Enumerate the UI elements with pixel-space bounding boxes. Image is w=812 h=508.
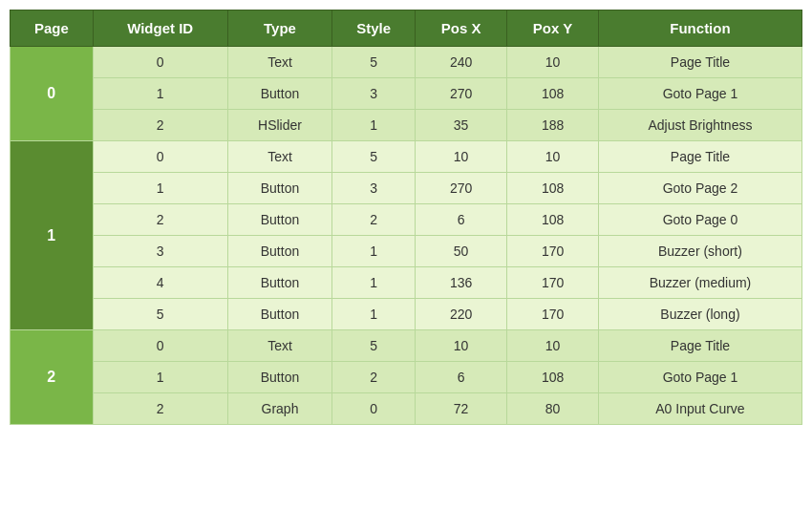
table-row: 2Graph07280A0 Input Curve xyxy=(11,393,802,425)
widget-id-cell: 0 xyxy=(93,141,227,173)
widget-id-cell: 2 xyxy=(93,204,227,236)
pos-x-cell: 270 xyxy=(415,173,506,204)
page-cell: 2 xyxy=(11,330,94,425)
table-row: 5Button1220170Buzzer (long) xyxy=(11,299,802,330)
type-cell: Graph xyxy=(227,393,332,425)
pox-y-cell: 108 xyxy=(507,362,599,393)
pos-x-cell: 50 xyxy=(415,236,506,267)
widget-id-cell: 2 xyxy=(93,110,227,141)
pos-x-cell: 10 xyxy=(415,141,506,173)
col-header-pos-x: Pos X xyxy=(415,11,506,47)
col-header-function: Function xyxy=(598,11,801,47)
widget-id-cell: 2 xyxy=(93,393,227,425)
type-cell: HSlider xyxy=(227,110,332,141)
function-cell: Buzzer (long) xyxy=(598,299,801,330)
pox-y-cell: 10 xyxy=(507,330,599,362)
pox-y-cell: 188 xyxy=(507,110,599,141)
widget-id-cell: 5 xyxy=(93,299,227,330)
pox-y-cell: 170 xyxy=(507,236,599,267)
style-cell: 3 xyxy=(332,173,416,204)
style-cell: 1 xyxy=(332,267,416,299)
pox-y-cell: 170 xyxy=(507,299,599,330)
type-cell: Button xyxy=(227,78,332,110)
pox-y-cell: 80 xyxy=(507,393,599,425)
function-cell: Page Title xyxy=(598,141,801,173)
widget-id-cell: 1 xyxy=(93,362,227,393)
pox-y-cell: 108 xyxy=(507,173,599,204)
style-cell: 2 xyxy=(332,362,416,393)
widget-id-cell: 0 xyxy=(93,47,227,78)
type-cell: Button xyxy=(227,299,332,330)
pox-y-cell: 108 xyxy=(507,204,599,236)
pos-x-cell: 72 xyxy=(415,393,506,425)
table-row: 2Button26108Goto Page 0 xyxy=(11,204,802,236)
function-cell: Page Title xyxy=(598,47,801,78)
table-row: 1Button26108Goto Page 1 xyxy=(11,362,802,393)
col-header-type: Type xyxy=(227,11,332,47)
widget-id-cell: 1 xyxy=(93,78,227,110)
pos-x-cell: 220 xyxy=(415,299,506,330)
type-cell: Text xyxy=(227,47,332,78)
pos-x-cell: 10 xyxy=(415,330,506,362)
style-cell: 1 xyxy=(332,236,416,267)
style-cell: 1 xyxy=(332,299,416,330)
pox-y-cell: 10 xyxy=(507,141,599,173)
style-cell: 5 xyxy=(332,141,416,173)
function-cell: Goto Page 1 xyxy=(598,362,801,393)
table-row: 4Button1136170Buzzer (medium) xyxy=(11,267,802,299)
function-cell: Page Title xyxy=(598,330,801,362)
function-cell: A0 Input Curve xyxy=(598,393,801,425)
type-cell: Button xyxy=(227,362,332,393)
type-cell: Text xyxy=(227,330,332,362)
style-cell: 0 xyxy=(332,393,416,425)
pos-x-cell: 6 xyxy=(415,204,506,236)
widget-id-cell: 3 xyxy=(93,236,227,267)
type-cell: Button xyxy=(227,173,332,204)
widget-table: Page Widget ID Type Style Pos X Pox Y Fu… xyxy=(10,10,802,425)
table-row: 20Text51010Page Title xyxy=(11,330,802,362)
pos-x-cell: 35 xyxy=(415,110,506,141)
table-row: 2HSlider135188Adjust Brightness xyxy=(11,110,802,141)
col-header-style: Style xyxy=(332,11,416,47)
pos-x-cell: 240 xyxy=(415,47,506,78)
col-header-widget-id: Widget ID xyxy=(93,11,227,47)
function-cell: Buzzer (short) xyxy=(598,236,801,267)
pos-x-cell: 6 xyxy=(415,362,506,393)
function-cell: Goto Page 2 xyxy=(598,173,801,204)
function-cell: Buzzer (medium) xyxy=(598,267,801,299)
type-cell: Text xyxy=(227,141,332,173)
style-cell: 5 xyxy=(332,330,416,362)
style-cell: 2 xyxy=(332,204,416,236)
col-header-page: Page xyxy=(11,11,94,47)
type-cell: Button xyxy=(227,236,332,267)
function-cell: Goto Page 0 xyxy=(598,204,801,236)
style-cell: 5 xyxy=(332,47,416,78)
page-cell: 1 xyxy=(11,141,94,330)
table-row: 1Button3270108Goto Page 1 xyxy=(11,78,802,110)
table-header-row: Page Widget ID Type Style Pos X Pox Y Fu… xyxy=(11,11,802,47)
pox-y-cell: 170 xyxy=(507,267,599,299)
pos-x-cell: 136 xyxy=(415,267,506,299)
pox-y-cell: 108 xyxy=(507,78,599,110)
style-cell: 3 xyxy=(332,78,416,110)
widget-id-cell: 0 xyxy=(93,330,227,362)
table-row: 1Button3270108Goto Page 2 xyxy=(11,173,802,204)
type-cell: Button xyxy=(227,204,332,236)
page-cell: 0 xyxy=(11,47,94,141)
type-cell: Button xyxy=(227,267,332,299)
pos-x-cell: 270 xyxy=(415,78,506,110)
table-row: 10Text51010Page Title xyxy=(11,141,802,173)
widget-id-cell: 1 xyxy=(93,173,227,204)
table-row: 00Text524010Page Title xyxy=(11,47,802,78)
col-header-pox-y: Pox Y xyxy=(507,11,599,47)
pox-y-cell: 10 xyxy=(507,47,599,78)
function-cell: Goto Page 1 xyxy=(598,78,801,110)
function-cell: Adjust Brightness xyxy=(598,110,801,141)
style-cell: 1 xyxy=(332,110,416,141)
table-row: 3Button150170Buzzer (short) xyxy=(11,236,802,267)
widget-id-cell: 4 xyxy=(93,267,227,299)
